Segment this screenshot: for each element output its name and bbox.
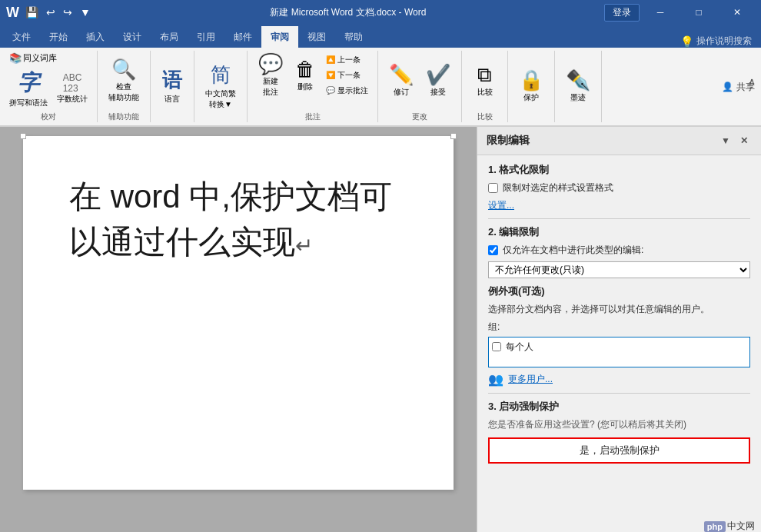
track-changes-btn[interactable]: ✏️ 修订 bbox=[384, 62, 418, 99]
group-label: 组: bbox=[488, 321, 750, 334]
save-icon[interactable]: 💾 bbox=[24, 5, 40, 20]
ribbon: 文件 开始 插入 设计 布局 引用 邮件 审阅 视图 帮助 💡 操作说明搜索 📚 bbox=[0, 25, 761, 127]
ribbon-tabs: 文件 开始 插入 设计 布局 引用 邮件 审阅 视图 帮助 💡 操作说明搜索 bbox=[0, 25, 761, 48]
restore-button[interactable]: □ bbox=[681, 0, 716, 25]
group-protect-items: 🔒 保护 bbox=[514, 51, 548, 121]
edit-restrict-label: 仅允许在文档中进行此类型的编辑: bbox=[503, 244, 643, 257]
tab-review[interactable]: 审阅 bbox=[261, 26, 298, 48]
edit-restrict-checkbox[interactable] bbox=[488, 245, 498, 255]
tab-home[interactable]: 开始 bbox=[40, 26, 77, 48]
wordcount-btn[interactable]: ABC123 字数统计 bbox=[54, 71, 91, 106]
ribbon-collapse-btn[interactable]: ∧ bbox=[743, 48, 761, 115]
group-changes-label: 更改 bbox=[412, 110, 427, 122]
panel-title: 限制编辑 bbox=[487, 134, 530, 148]
format-restrict-row: 限制对选定的样式设置格式 bbox=[488, 181, 750, 195]
title-bar-left: W 💾 ↩ ↪ ▼ bbox=[6, 5, 92, 21]
group-compare-items: ⧉ 比较 bbox=[470, 51, 500, 110]
synonyms-label: 同义词库 bbox=[23, 52, 57, 64]
prev-icon: 🔼 bbox=[326, 55, 335, 64]
group-changes: ✏️ 修订 ✔️ 接受 更改 bbox=[378, 51, 462, 122]
title-bar: W 💾 ↩ ↪ ▼ 新建 Microsoft Word 文档.docx - Wo… bbox=[0, 0, 761, 25]
panel-close-btn[interactable]: ✕ bbox=[736, 133, 752, 148]
show-comments-btn[interactable]: 💬 显示批注 bbox=[323, 84, 371, 98]
panel-dropdown-btn[interactable]: ▼ bbox=[718, 133, 733, 148]
format-restrict-checkbox[interactable] bbox=[488, 183, 498, 193]
edit-type-row: 不允许任何更改(只读) bbox=[488, 261, 750, 278]
tab-insert[interactable]: 插入 bbox=[77, 26, 114, 48]
word-icon: W bbox=[6, 5, 19, 21]
protect-btn[interactable]: 🔒 保护 bbox=[514, 67, 548, 105]
section1-title: 1. 格式化限制 bbox=[488, 163, 750, 177]
language-label: 语言 bbox=[164, 94, 180, 105]
accessibility-icon: 🔍 bbox=[111, 58, 136, 81]
redo-icon[interactable]: ↪ bbox=[61, 5, 74, 20]
document-text: 在 word 中,保护文档可以通过什么实现 bbox=[69, 178, 392, 260]
title-bar-right: 登录 ─ □ ✕ bbox=[604, 0, 755, 25]
more-users-row[interactable]: 👥 更多用户... bbox=[488, 372, 750, 387]
accept-btn[interactable]: ✔️ 接受 bbox=[421, 62, 455, 99]
tab-file[interactable]: 文件 bbox=[3, 26, 40, 48]
ink-icon: ✒️ bbox=[566, 68, 590, 92]
section1: 1. 格式化限制 限制对选定的样式设置格式 设置... bbox=[488, 163, 750, 212]
settings-link[interactable]: 设置... bbox=[488, 199, 750, 212]
check-accessibility-btn[interactable]: 🔍 检查辅助功能 bbox=[104, 56, 144, 105]
group-compare-label: 比较 bbox=[477, 110, 493, 122]
ink-btn[interactable]: ✒️ 墨迹 bbox=[561, 67, 595, 105]
document-title: 新建 Microsoft Word 文档.docx - Word bbox=[270, 7, 426, 18]
prev-comment-btn[interactable]: 🔼 上一条 bbox=[323, 53, 371, 67]
edit-type-select[interactable]: 不允许任何更改(只读) bbox=[488, 261, 750, 278]
group-language: 语 语言 bbox=[151, 51, 194, 122]
group-changes-items: ✏️ 修订 ✔️ 接受 bbox=[384, 51, 455, 110]
undo-icon[interactable]: ↩ bbox=[45, 5, 57, 20]
group-comments-label: 批注 bbox=[305, 110, 321, 122]
show-icon: 💬 bbox=[326, 86, 335, 95]
panel-header-buttons: ▼ ✕ bbox=[718, 133, 752, 148]
search-bar[interactable]: 💡 操作说明搜索 bbox=[680, 35, 752, 48]
language-btn[interactable]: 语 语言 bbox=[157, 65, 188, 106]
group-ink: ✒️ 墨迹 bbox=[555, 51, 602, 122]
convert-icon: 简 bbox=[211, 62, 231, 88]
synonyms-btn[interactable]: 📚 同义词库 bbox=[6, 51, 60, 65]
panel-header: 限制编辑 ▼ ✕ bbox=[477, 127, 761, 155]
customize-icon[interactable]: ▼ bbox=[78, 5, 92, 20]
document-page: 在 word 中,保护文档可以通过什么实现↵ bbox=[23, 136, 454, 490]
share-icon: 👤 bbox=[722, 81, 733, 92]
format-restrict-label: 限制对选定的样式设置格式 bbox=[503, 181, 613, 195]
new-comment-icon: 💬 bbox=[258, 52, 283, 76]
main-area: 在 word 中,保护文档可以通过什么实现↵ 限制编辑 ▼ ✕ 1. 格式化限制… bbox=[0, 127, 761, 532]
group-protect: 🔒 保护 bbox=[508, 51, 555, 122]
user-item-everyone: 每个人 bbox=[492, 341, 746, 354]
show-label: 显示批注 bbox=[337, 85, 368, 96]
corner-mark-tl bbox=[20, 133, 26, 139]
tab-view[interactable]: 视图 bbox=[298, 26, 335, 48]
document-content[interactable]: 在 word 中,保护文档可以通过什么实现↵ bbox=[69, 175, 407, 265]
tab-layout[interactable]: 布局 bbox=[151, 26, 188, 48]
spelling-icon: 字 bbox=[18, 68, 39, 98]
convert-label: 中文简繁转换▼ bbox=[205, 88, 236, 110]
close-button[interactable]: ✕ bbox=[719, 0, 755, 25]
tab-design[interactable]: 设计 bbox=[114, 26, 151, 48]
next-comment-btn[interactable]: 🔽 下一条 bbox=[323, 68, 371, 82]
minimize-button[interactable]: ─ bbox=[643, 0, 678, 25]
tab-help[interactable]: 帮助 bbox=[335, 26, 372, 48]
restrict-editing-panel: 限制编辑 ▼ ✕ 1. 格式化限制 限制对选定的样式设置格式 设置... bbox=[477, 127, 761, 532]
tab-mailings[interactable]: 邮件 bbox=[224, 26, 261, 48]
return-arrow: ↵ bbox=[295, 234, 313, 258]
section2: 2. 编辑限制 仅允许在文档中进行此类型的编辑: 不允许任何更改(只读) 例外项… bbox=[488, 225, 750, 387]
enforce-protection-button[interactable]: 是，启动强制保护 bbox=[488, 437, 750, 464]
user-everyone-checkbox[interactable] bbox=[492, 342, 501, 351]
exception-desc: 选择部分文档内容，并选择可以对其任意编辑的用户。 bbox=[488, 303, 750, 316]
new-comment-btn[interactable]: 💬 新建批注 bbox=[254, 51, 287, 99]
login-button[interactable]: 登录 bbox=[604, 4, 640, 22]
spelling-btn[interactable]: 字 拼写和语法 bbox=[6, 67, 51, 110]
chinese-convert-btn[interactable]: 简 中文简繁转换▼ bbox=[201, 60, 241, 111]
compare-btn[interactable]: ⧉ 比较 bbox=[470, 62, 500, 99]
group-accessibility: 🔍 检查辅助功能 辅助功能 bbox=[98, 51, 151, 122]
delete-comment-btn[interactable]: 🗑 删除 bbox=[291, 56, 320, 94]
group-accessibility-label: 辅助功能 bbox=[108, 110, 139, 122]
delete-label: 删除 bbox=[297, 81, 313, 92]
tab-references[interactable]: 引用 bbox=[188, 26, 224, 48]
group-language-items: 语 语言 bbox=[157, 51, 188, 121]
next-label: 下一条 bbox=[337, 70, 361, 81]
delete-icon: 🗑 bbox=[295, 58, 315, 81]
